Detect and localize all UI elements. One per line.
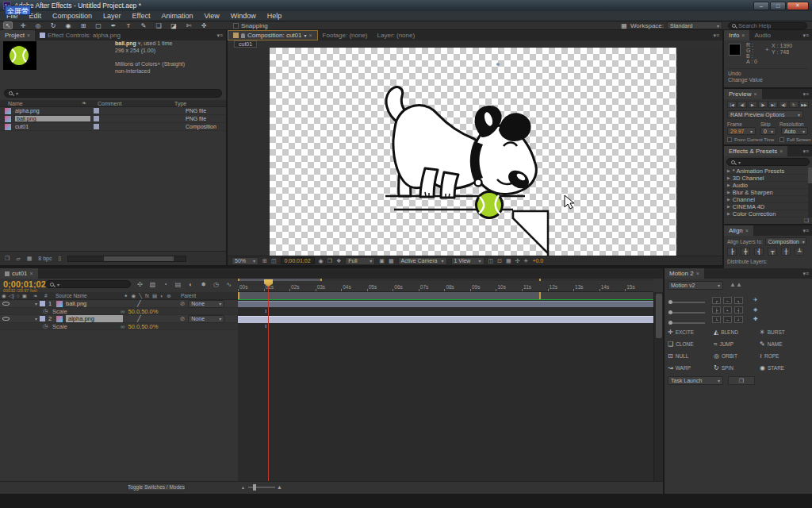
project-item-row[interactable]: ball.png PNG file (0, 115, 226, 123)
label-chip[interactable] (94, 124, 99, 129)
viewer-icon[interactable]: ▩ (389, 258, 394, 264)
from-current-time-checkbox[interactable] (727, 137, 732, 142)
tool-icon[interactable]: ◪ (169, 21, 178, 29)
tab-effect-controls[interactable]: Effect Controls: alpha.png (35, 30, 125, 40)
close-button[interactable]: ✕ (787, 2, 809, 10)
anchor-top-left-button[interactable]: ┌ (712, 297, 721, 304)
motion-side-icon[interactable]: ✈ (753, 297, 758, 303)
panel-menu-icon[interactable]: ▾≡ (799, 225, 812, 236)
align-button[interactable]: ┫ (754, 248, 764, 256)
anchor-center-button[interactable]: ▪ (723, 306, 732, 314)
motion-button[interactable]: ◭ BLEND (714, 329, 760, 336)
panel-menu-icon[interactable]: ▾≡ (799, 89, 812, 99)
task-launch-button[interactable]: ❐ (728, 376, 755, 385)
menu-item[interactable]: Animation (161, 12, 193, 20)
help-search-input[interactable] (738, 22, 803, 29)
panel-menu-icon[interactable]: ▾≡ (799, 268, 812, 279)
property-row-alpha-scale[interactable]: ◷ Scale ∞ 50.0,50.0% (0, 323, 238, 330)
project-item-row[interactable]: alpha.png PNG file (0, 107, 226, 115)
tool-icon[interactable]: ❏ (154, 21, 163, 29)
scale-value[interactable]: 50.0,50.0% (128, 323, 158, 330)
parent-select[interactable]: None (188, 300, 224, 308)
anchor-point-marker[interactable] (496, 63, 500, 66)
transport-button[interactable]: |◀ (727, 101, 737, 108)
align-button[interactable]: ╂ (781, 248, 791, 256)
layer-row-alpha[interactable]: ▾ 2 alpha.png ╱ ⊘ None (0, 315, 238, 323)
motion-button[interactable]: ◎ ORBIT (714, 352, 760, 360)
anchor-top-button[interactable]: ─ (723, 297, 732, 304)
trash-icon[interactable]: ▯ (58, 256, 61, 262)
tool-icon[interactable]: ↖ (3, 21, 13, 29)
timeline-vertical-scrollbar[interactable] (653, 292, 663, 481)
stopwatch-icon[interactable]: ◷ (43, 323, 48, 329)
comp-button[interactable]: ▤ (173, 280, 183, 289)
av-column-icon[interactable]: ◁) (9, 293, 14, 299)
keyframe-marker[interactable]: I (265, 308, 266, 314)
tab-composition[interactable]: Composition: cut01▾× (228, 30, 318, 40)
lock-icon[interactable] (241, 33, 245, 38)
dimension-link-icon[interactable]: ∞ (121, 308, 124, 315)
timeline-zoom-slider[interactable] (248, 487, 275, 488)
label-column-icon[interactable]: ❧ (33, 293, 44, 299)
time-navigator[interactable] (238, 279, 653, 281)
timeline-search[interactable]: ▾ (45, 280, 131, 288)
switch-column-icon[interactable]: ▤ (152, 293, 157, 299)
help-search[interactable] (728, 22, 807, 29)
tab-project[interactable]: Project× (0, 30, 35, 40)
work-area-bar[interactable] (238, 292, 541, 299)
zoom-select[interactable]: 50% (232, 257, 259, 265)
tab-layer[interactable]: Layer: (none) (373, 30, 420, 40)
vertical-scrollbar[interactable] (808, 167, 812, 217)
snapping-toggle[interactable]: Snapping (233, 22, 268, 29)
viewer-icon[interactable]: ❖ (336, 258, 341, 264)
panel-menu-icon[interactable]: ▾≡ (710, 30, 722, 40)
column-source-name[interactable]: Source Name (56, 293, 124, 298)
tab-align[interactable]: Align× (724, 225, 753, 236)
parent-select[interactable]: None (188, 315, 224, 323)
menu-item[interactable]: View (204, 12, 219, 20)
zoom-slider-thumb[interactable] (253, 484, 256, 491)
motion-side-icon[interactable]: ✚ (753, 316, 758, 322)
transport-button[interactable]: |▶ (758, 101, 768, 108)
layer-label-chip[interactable] (40, 301, 45, 306)
column-type[interactable]: Type (174, 101, 186, 106)
comp-button[interactable]: ▧ (147, 280, 158, 289)
navigator-thumb[interactable] (238, 279, 322, 281)
menu-item[interactable]: Help (267, 12, 282, 20)
task-launch-select[interactable]: Task Launch (668, 376, 723, 385)
tool-icon[interactable]: ◎ (33, 21, 43, 29)
switch-column-icon[interactable]: ╲ (139, 293, 142, 299)
motion-button[interactable]: ≀ ROPE (760, 352, 806, 360)
expand-arrow-icon[interactable]: ▾ (35, 316, 37, 321)
comp-button[interactable]: ◷ (211, 280, 221, 289)
transport-button[interactable]: ▶ (748, 101, 757, 108)
av-column-icon[interactable]: ▣ (22, 293, 27, 299)
column-parent[interactable]: Parent (181, 293, 196, 298)
effects-search-input[interactable] (744, 159, 805, 166)
transport-button[interactable]: ↻ (789, 101, 799, 108)
anchor-bottom-button[interactable]: ─ (723, 316, 732, 323)
label-chip[interactable] (94, 108, 99, 114)
viewer-icon[interactable]: ✣ (515, 258, 520, 264)
tool-icon[interactable]: ◉ (63, 21, 73, 29)
full-screen-checkbox[interactable] (779, 137, 784, 142)
transport-button[interactable]: ▶| (768, 101, 778, 108)
anchor-bottom-right-button[interactable]: ┘ (734, 316, 743, 323)
breadcrumb[interactable]: cut01 (234, 40, 257, 48)
panel-menu-icon[interactable]: ▾≡ (799, 30, 812, 40)
stopwatch-icon[interactable]: ◷ (43, 308, 48, 314)
tool-icon[interactable]: ↻ (48, 21, 58, 29)
panel-menu-icon[interactable]: ▾≡ (799, 146, 812, 156)
column-number[interactable]: # (44, 293, 56, 298)
snapping-checkbox[interactable] (233, 23, 239, 29)
quality-switch[interactable]: ╱ (123, 315, 180, 322)
scrollbar-thumb[interactable] (104, 256, 174, 261)
viewer-icon[interactable]: ◉ (319, 258, 324, 264)
parent-link-icon[interactable]: ⊘ (180, 315, 185, 322)
workspace-select[interactable]: Standard (667, 21, 722, 29)
eye-icon[interactable] (2, 317, 10, 321)
viewer-icon[interactable]: ▦ (506, 258, 511, 264)
resolution-select[interactable]: Auto (781, 127, 808, 135)
keyframe-marker[interactable]: I (265, 323, 266, 329)
comp-button[interactable]: ◐ (186, 280, 196, 289)
